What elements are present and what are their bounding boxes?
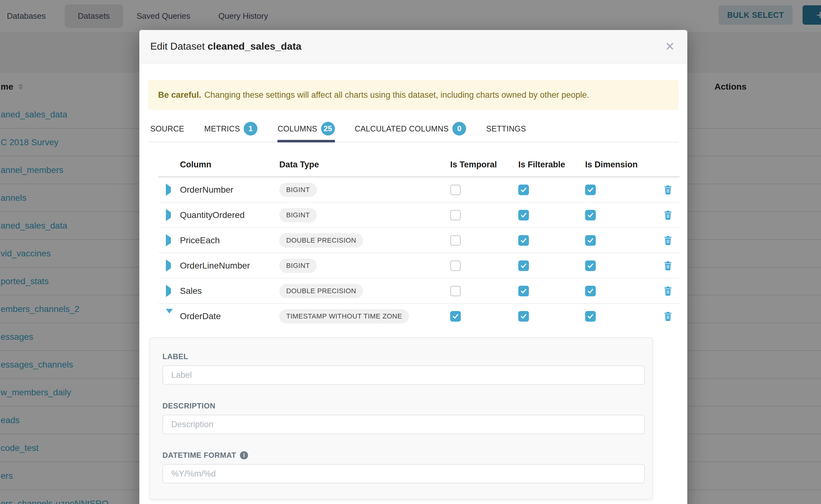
tab-calculated-columns[interactable]: CALCULATED COLUMNS 0 — [355, 117, 467, 142]
column-row: OrderNumber BIGINT — [158, 177, 680, 203]
data-type-pill: TIMESTAMP WITHOUT TIME ZONE — [279, 309, 409, 324]
is-temporal-checkbox[interactable] — [450, 260, 461, 271]
data-type-pill: BIGINT — [279, 183, 317, 197]
is-temporal-checkbox[interactable] — [450, 235, 461, 246]
column-row: Sales DOUBLE PRECISION — [158, 279, 680, 304]
trash-icon — [663, 235, 673, 245]
field-datetime-format: DATETIME FORMAT i — [162, 451, 644, 483]
data-type-pill: BIGINT — [279, 259, 317, 273]
modal-title: Edit Dataset cleaned_sales_data — [150, 41, 301, 52]
edit-dataset-modal: Edit Dataset cleaned_sales_data ✕ Be car… — [139, 30, 687, 504]
is-filterable-checkbox[interactable] — [518, 185, 529, 195]
field-label: DATETIME FORMAT — [162, 451, 236, 460]
delete-column-button[interactable] — [656, 286, 680, 296]
data-type-pill: DOUBLE PRECISION — [279, 284, 363, 298]
trash-icon — [663, 261, 673, 271]
delete-column-button[interactable] — [656, 235, 680, 245]
column-row: QuantityOrdered BIGINT — [158, 203, 680, 228]
expand-caret-icon[interactable] — [166, 285, 171, 297]
modal-body: Be careful. Changing these settings will… — [139, 80, 687, 500]
field-input[interactable] — [162, 365, 645, 385]
is-filterable-checkbox[interactable] — [518, 260, 529, 271]
tab-count-badge: 1 — [244, 122, 257, 136]
is-filterable-checkbox[interactable] — [518, 210, 529, 220]
column-header: Column — [177, 160, 275, 170]
tab-label: SOURCE — [150, 124, 184, 133]
trash-icon — [663, 210, 673, 220]
modal-tabs: SOURCE METRICS 1 COLUMNS 25 CALCULATED C… — [148, 117, 679, 142]
field-label: DESCRIPTION — [162, 402, 215, 410]
tab-metrics[interactable]: METRICS 1 — [204, 117, 258, 142]
is-filterable-checkbox[interactable] — [518, 235, 529, 246]
is-filterable-checkbox[interactable] — [518, 311, 529, 322]
columns-table: Column Data Type Is Temporal Is Filterab… — [158, 153, 680, 329]
columns-table-rows: OrderNumber BIGINT QuantityOrdered BIGIN… — [158, 177, 680, 329]
is-temporal-checkbox[interactable] — [450, 286, 461, 296]
field-input[interactable] — [162, 464, 645, 483]
is-dimension-checkbox[interactable] — [585, 311, 596, 322]
is-temporal-header: Is Temporal — [447, 160, 515, 170]
tab-label: METRICS — [204, 124, 240, 133]
column-name: QuantityOrdered — [177, 210, 275, 220]
column-row: OrderLineNumber BIGINT — [158, 253, 680, 279]
info-icon[interactable]: i — [240, 451, 248, 459]
is-filterable-header: Is Filterable — [515, 160, 581, 170]
data-type-header: Data Type — [275, 160, 447, 170]
expand-caret-icon[interactable] — [166, 209, 171, 221]
is-dimension-header: Is Dimension — [581, 160, 656, 170]
data-type-pill: BIGINT — [279, 208, 317, 222]
modal-title-prefix: Edit Dataset — [150, 41, 205, 52]
tab-settings[interactable]: SETTINGS — [486, 117, 526, 142]
expand-caret-icon[interactable] — [166, 234, 171, 246]
column-name: OrderLineNumber — [177, 261, 275, 271]
is-dimension-checkbox[interactable] — [585, 286, 596, 296]
delete-column-button[interactable] — [656, 311, 680, 321]
column-row: PriceEach DOUBLE PRECISION — [158, 228, 680, 253]
delete-column-button[interactable] — [656, 261, 680, 271]
warning-banner-bold: Be careful. — [158, 90, 201, 100]
tab-source[interactable]: SOURCE — [150, 117, 184, 142]
is-dimension-checkbox[interactable] — [585, 260, 596, 271]
tab-count-badge: 25 — [321, 122, 335, 136]
column-name: OrderNumber — [177, 185, 275, 195]
tab-count-badge: 0 — [453, 122, 466, 136]
tab-label: COLUMNS — [277, 124, 317, 133]
warning-banner: Be careful. Changing these settings will… — [148, 80, 679, 110]
column-name: PriceEach — [177, 235, 275, 245]
field-description: DESCRIPTION — [162, 402, 644, 434]
is-dimension-checkbox[interactable] — [585, 210, 596, 220]
is-temporal-checkbox[interactable] — [450, 185, 461, 195]
trash-icon — [663, 311, 673, 321]
column-detail-panel: LABEL DESCRIPTION DATETIME FORMAT i — [149, 337, 653, 500]
expand-caret-icon[interactable] — [166, 259, 171, 272]
is-temporal-checkbox[interactable] — [450, 311, 461, 322]
columns-table-header: Column Data Type Is Temporal Is Filterab… — [158, 153, 680, 177]
expand-caret-icon[interactable] — [166, 184, 171, 196]
tab-columns[interactable]: COLUMNS 25 — [277, 117, 334, 142]
warning-banner-text: Changing these settings will affect all … — [204, 90, 589, 100]
close-icon[interactable]: ✕ — [665, 30, 675, 63]
is-dimension-checkbox[interactable] — [585, 235, 596, 246]
data-type-pill: DOUBLE PRECISION — [279, 233, 363, 248]
tab-label: SETTINGS — [486, 124, 526, 133]
modal-title-dataset-name: cleaned_sales_data — [207, 41, 301, 52]
expand-caret-icon[interactable] — [166, 309, 173, 319]
field-label: LABEL — [162, 352, 188, 361]
field-label: LABEL — [162, 352, 644, 385]
tab-label: CALCULATED COLUMNS — [355, 124, 449, 133]
modal-header: Edit Dataset cleaned_sales_data ✕ — [139, 30, 687, 63]
delete-column-button[interactable] — [656, 185, 680, 195]
is-dimension-checkbox[interactable] — [585, 185, 596, 195]
field-input[interactable] — [162, 415, 645, 434]
delete-column-button[interactable] — [656, 210, 680, 220]
is-temporal-checkbox[interactable] — [450, 210, 461, 220]
column-name: OrderDate — [177, 311, 275, 321]
column-name: Sales — [177, 286, 275, 296]
is-filterable-checkbox[interactable] — [518, 286, 529, 296]
column-row: OrderDate TIMESTAMP WITHOUT TIME ZONE — [158, 304, 680, 329]
trash-icon — [663, 185, 673, 195]
trash-icon — [663, 286, 673, 296]
